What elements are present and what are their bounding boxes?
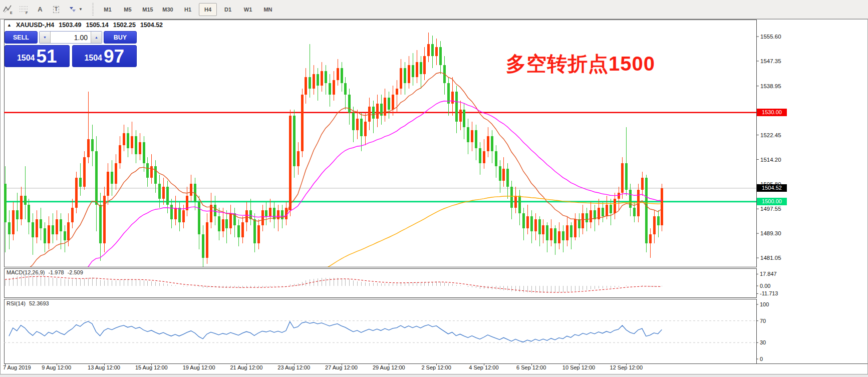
rsi-name: RSI(14) [7, 300, 26, 306]
price-badge-1500.00: 1500.00 [757, 198, 787, 205]
time-tick-label: 10 Sep 12:00 [562, 364, 595, 370]
macd-scale-label: 17.847 [760, 271, 777, 277]
arrows-icon [68, 5, 78, 14]
macd-pane [5, 275, 662, 293]
text-tool-button[interactable]: T [49, 3, 64, 17]
timeframe-m30-button[interactable]: M30 [159, 3, 177, 16]
timeframe-m5-button[interactable]: M5 [119, 3, 137, 16]
chart-canvas[interactable]: 1555.601547.351538.951522.451514.201505.… [0, 19, 868, 377]
macd-signal-value: -2.509 [68, 269, 83, 275]
quote-open: 1503.49 [59, 22, 81, 29]
quote-close: 1504.52 [140, 22, 163, 29]
sell-button[interactable]: SELL [5, 31, 38, 44]
quote-high: 1505.14 [86, 22, 109, 29]
rsi-indicator-label: RSI(14) 52.3693 [7, 300, 49, 306]
rsi-pane [4, 321, 756, 343]
direction-up-icon: ▲ [7, 23, 12, 28]
text-label-tool-button[interactable]: A [33, 3, 48, 17]
sell-price-main: 1504 [17, 51, 35, 66]
mt4-terminal: E F A T ▼ M1 M5 M15 M30 [0, 0, 868, 377]
chart-annotation-text: 多空转折点1500 [506, 50, 655, 78]
timeframe-h1-button[interactable]: H1 [179, 3, 197, 16]
dropdown-caret-icon: ▼ [79, 7, 83, 12]
time-axis: 7 Aug 20199 Aug 12:0013 Aug 12:0015 Aug … [3, 363, 643, 370]
buy-button[interactable]: BUY [104, 31, 137, 44]
letter-a-icon: A [38, 6, 42, 13]
macd-scale-label: 0.00 [760, 283, 770, 289]
timeframe-m15-button[interactable]: M15 [139, 3, 157, 16]
price-tick-label: 1547.35 [760, 58, 781, 64]
time-tick-label: 2 Sep 12:00 [421, 364, 451, 370]
letter-t-icon: T [53, 6, 59, 13]
symbol-timeframe-label: XAUUSD-,H4 [16, 22, 54, 29]
timeframe-d1-button[interactable]: D1 [219, 3, 237, 16]
chart-pattern-icon: E [3, 5, 14, 15]
price-badge-1530.00: 1530.00 [757, 109, 787, 116]
time-tick-label: 29 Aug 12:00 [373, 364, 405, 370]
timeframe-h4-button[interactable]: H4 [199, 3, 217, 16]
price-tick-label: 1538.95 [760, 83, 781, 89]
macd-name: MACD(12,26,9) [7, 269, 45, 275]
buy-price-main: 1504 [84, 51, 102, 66]
price-tick-label: 1514.20 [760, 157, 781, 163]
quote-header: ▲ XAUUSD-,H4 1503.49 1505.14 1502.25 150… [7, 22, 163, 29]
time-tick-label: 19 Aug 12:00 [183, 364, 215, 370]
timeframe-mn-button[interactable]: MN [259, 3, 277, 16]
grid-icon: F [19, 5, 30, 15]
time-tick-label: 27 Aug 12:00 [325, 364, 358, 370]
macd-scale-label: -11.713 [760, 290, 778, 296]
price-badge-1504.52: 1504.52 [757, 184, 787, 192]
timeframe-w1-button[interactable]: W1 [239, 3, 257, 16]
price-tick-label: 1489.30 [760, 230, 781, 236]
chart-window[interactable]: 1555.601547.351538.951522.451514.201505.… [0, 19, 868, 374]
macd-main-value: -1.978 [48, 269, 64, 275]
rsi-scale-label: 0 [760, 356, 763, 362]
price-tick-label: 1481.05 [760, 255, 781, 261]
one-click-trading-panel: SELL ▼ ▲ BUY 1504 51 1504 97 [5, 31, 137, 67]
sell-price-pips: 51 [36, 47, 57, 66]
time-tick-label: 15 Aug 12:00 [135, 364, 168, 370]
time-tick-label: 4 Sep 12:00 [469, 364, 498, 370]
rsi-scale-label: 30 [760, 339, 766, 345]
macd-indicator-label: MACD(12,26,9) -1.978 -2.509 [7, 269, 83, 275]
time-tick-label: 6 Sep 12:00 [516, 364, 546, 370]
time-tick-label: 13 Aug 12:00 [88, 364, 120, 370]
rsi-scale-label: 100 [760, 301, 769, 307]
time-tick-label: 12 Sep 12:00 [610, 364, 643, 370]
price-tick-label: 1497.55 [760, 206, 781, 212]
timeframe-m1-button[interactable]: M1 [99, 3, 117, 16]
price-tick-label: 1522.45 [760, 132, 781, 138]
chart-pattern-tool-button[interactable]: E [1, 3, 16, 17]
time-tick-label: 9 Aug 12:00 [42, 364, 71, 370]
toolbar: E F A T ▼ M1 M5 M15 M30 [0, 0, 868, 19]
svg-text:F: F [26, 11, 28, 15]
price-tick-label: 1555.60 [760, 34, 781, 40]
buy-price-display[interactable]: 1504 97 [72, 45, 137, 67]
volume-input[interactable] [51, 32, 91, 43]
time-tick-label: 23 Aug 12:00 [277, 364, 310, 370]
grid-tool-button[interactable]: F [17, 3, 32, 17]
svg-text:E: E [10, 11, 13, 15]
sell-price-display[interactable]: 1504 51 [5, 45, 70, 67]
arrows-tool-button[interactable]: ▼ [65, 3, 86, 17]
buy-price-pips: 97 [104, 47, 124, 66]
rsi-scale-label: 70 [760, 318, 766, 324]
time-tick-label: 7 Aug 2019 [3, 364, 31, 370]
volume-increase-button[interactable]: ▲ [91, 32, 102, 43]
quote-low: 1502.25 [113, 22, 136, 29]
toolbar-separator [91, 3, 95, 16]
rsi-value: 52.3693 [29, 300, 49, 306]
volume-decrease-button[interactable]: ▼ [40, 32, 51, 43]
price-pane [4, 33, 756, 377]
time-tick-label: 21 Aug 12:00 [230, 364, 262, 370]
